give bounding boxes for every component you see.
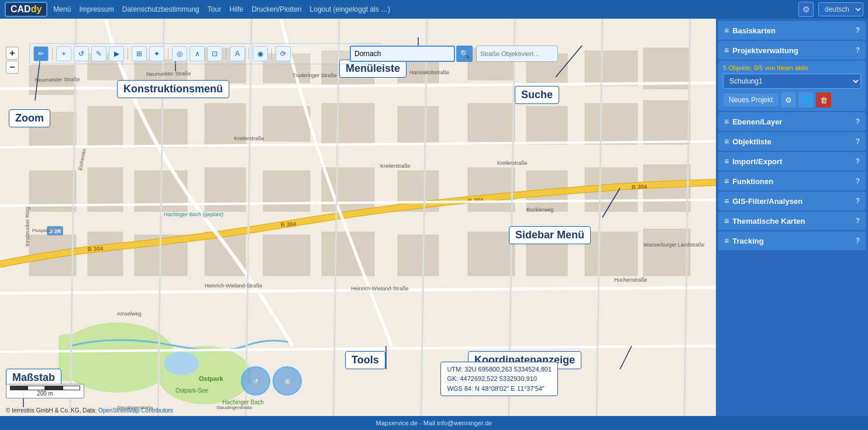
tools-panel: ↺ ⊞: [241, 366, 302, 396]
toolbar-grid-btn[interactable]: ⊞: [132, 46, 147, 61]
svg-text:Heinrich-Wieland-Straße: Heinrich-Wieland-Straße: [351, 286, 409, 292]
sidebar-thematischekarten[interactable]: ≡ Thematische Karten ?: [718, 211, 866, 230]
sidebar-objektliste-help[interactable]: ?: [856, 137, 860, 145]
top-navigation: CADdy Menü Impressum Datenschutzbestimmu…: [0, 0, 868, 19]
sidebar-thematischekarten-left: ≡ Thematische Karten: [724, 216, 805, 226]
project-globe-button[interactable]: 🌐: [798, 92, 814, 108]
scale-bar: 200 m: [6, 384, 84, 398]
project-settings-button[interactable]: ⚙: [781, 92, 796, 108]
sidebar-objektliste-label: Objektliste: [732, 137, 771, 146]
sidebar-basiskarten-left: ≡ Basiskarten: [724, 26, 776, 35]
toolbar-text-btn[interactable]: A: [230, 46, 245, 61]
toolbar-forward-btn[interactable]: ▶: [109, 46, 124, 61]
toolbar-target-btn[interactable]: ◎: [172, 46, 187, 61]
sidebar-ebenen-help[interactable]: ?: [856, 117, 860, 126]
search-input[interactable]: [350, 46, 455, 62]
svg-text:Amselweg: Amselweg: [117, 311, 142, 317]
settings-button[interactable]: ⚙: [798, 2, 814, 17]
sidebar-gisfilter[interactable]: ≡ GIS-Filter/Analysen ?: [718, 192, 866, 210]
toolbar-sep-2: [128, 48, 128, 60]
sidebar-gisfilter-help[interactable]: ?: [856, 197, 860, 205]
zoom-out-button[interactable]: −: [6, 61, 19, 74]
nav-impressum[interactable]: Impressum: [79, 5, 113, 13]
nav-tour[interactable]: Tour: [208, 5, 221, 13]
svg-text:Heinrich-Wieland-Straße: Heinrich-Wieland-Straße: [205, 283, 263, 289]
sidebar-funktionen[interactable]: ≡ Funktionen ?: [718, 172, 866, 190]
toolbar-pencil-btn[interactable]: ✎: [91, 46, 106, 61]
svg-rect-34: [468, 168, 515, 211]
sidebar-ebenen-label: Ebenen/Layer: [732, 117, 782, 126]
sidebar-tracking[interactable]: ≡ Tracking ?: [718, 231, 866, 250]
toolbar-sep-6: [271, 48, 272, 60]
toolbar-sep-1: [52, 48, 53, 60]
toolbar-undo-btn[interactable]: ↺: [74, 46, 89, 61]
hamburger-icon-2: ≡: [724, 46, 729, 55]
bottom-bar: Mapservice.de - Mail info@wenninger.de: [0, 416, 868, 430]
toolbar-star-btn[interactable]: ✦: [149, 46, 164, 61]
sidebar-importexport[interactable]: ≡ Import/Export ?: [718, 152, 866, 171]
svg-text:B 304: B 304: [88, 245, 104, 252]
zoom-controls: + −: [6, 47, 19, 74]
toolbar-refresh-btn[interactable]: ⟳: [275, 46, 291, 61]
svg-rect-16: [29, 112, 76, 147]
svg-rect-44: [398, 235, 439, 276]
toolbar-sep-3: [168, 48, 168, 60]
bottom-bar-text: Mapservice.de - Mail info@wenninger.de: [376, 419, 492, 426]
hamburger-icon-6: ≡: [724, 176, 729, 186]
sidebar-projektverwaltung-left: ≡ Projektverwaltung: [724, 46, 798, 55]
sidebar-thematischekarten-label: Thematische Karten: [732, 217, 805, 226]
sidebar-tracking-help[interactable]: ?: [856, 237, 860, 245]
address-input[interactable]: [476, 46, 558, 62]
coord-wgs84: WGS 84: N 48°08'02" E 11°37'54": [447, 384, 552, 394]
svg-rect-25: [585, 103, 638, 144]
toolbar-sep-4: [226, 48, 226, 60]
toolbar-add-btn[interactable]: +: [56, 46, 71, 61]
sidebar-funktionen-label: Funktionen: [732, 177, 773, 186]
language-select[interactable]: deutsch english français: [818, 2, 863, 16]
sidebar-funktionen-help[interactable]: ?: [856, 177, 860, 185]
svg-rect-22: [398, 106, 439, 144]
sidebar-basiskarten[interactable]: ≡ Basiskarten ?: [718, 21, 866, 40]
zoom-in-button[interactable]: +: [6, 47, 19, 60]
search-area: 🔍: [350, 46, 558, 62]
toolbar-point-btn[interactable]: ◉: [253, 46, 268, 61]
new-project-button[interactable]: Neues Projekt: [723, 93, 779, 106]
svg-rect-48: [643, 229, 690, 276]
nav-drucken[interactable]: Drucken/Plotten: [252, 5, 301, 13]
project-management-panel: 5 Objekte, 0/5 von Ihnen aktiv Schulung1…: [718, 61, 866, 111]
svg-rect-45: [468, 232, 515, 276]
svg-rect-46: [526, 235, 567, 276]
svg-rect-23: [468, 103, 515, 144]
project-delete-button[interactable]: 🗑: [816, 92, 831, 108]
sidebar: ≡ Basiskarten ? ≡ Projektverwaltung ? 5 …: [716, 19, 868, 416]
project-select[interactable]: Schulung1 Projekt2 Projekt3: [723, 74, 861, 89]
svg-text:Wasserburger Landstraße: Wasserburger Landstraße: [643, 242, 704, 248]
sidebar-projektverwaltung-help[interactable]: ?: [856, 46, 860, 54]
sidebar-importexport-help[interactable]: ?: [856, 157, 860, 165]
nav-logout[interactable]: Logout (eingeloggt als …): [310, 5, 390, 13]
sidebar-tracking-left: ≡ Tracking: [724, 236, 764, 245]
nav-right: ⚙ deutsch english français: [798, 2, 863, 17]
sidebar-thematischekarten-help[interactable]: ?: [856, 217, 860, 225]
map-area[interactable]: B 304 B 304 B 304 B 304 Neumarkter Straß…: [0, 19, 716, 416]
svg-rect-17: [88, 106, 123, 147]
sidebar-ebenen[interactable]: ≡ Ebenen/Layer ?: [718, 112, 866, 131]
sidebar-objektliste[interactable]: ≡ Objektliste ?: [718, 132, 866, 151]
tool-measure-button[interactable]: ⊞: [273, 366, 302, 396]
sidebar-importexport-left: ≡ Import/Export: [724, 157, 782, 166]
map-canvas[interactable]: B 304 B 304 B 304 B 304 Neumarkter Straß…: [0, 19, 716, 416]
search-button[interactable]: 🔍: [456, 46, 473, 62]
svg-text:Hansiakobstraße: Hansiakobstraße: [409, 70, 449, 75]
toolbar-box-btn[interactable]: ⊡: [207, 46, 222, 61]
nav-hilfe[interactable]: Hilfe: [229, 5, 243, 13]
toolbar-edit-btn[interactable]: ✏: [33, 46, 49, 61]
nav-menu[interactable]: Menü: [53, 5, 71, 13]
nav-datenschutz[interactable]: Datenschutzbestimmung: [122, 5, 199, 13]
toolbar-angle-btn[interactable]: ∧: [190, 46, 205, 61]
sidebar-projektverwaltung[interactable]: ≡ Projektverwaltung ?: [718, 41, 866, 60]
tool-rotate-button[interactable]: ↺: [241, 366, 270, 396]
svg-rect-14: [585, 51, 638, 86]
svg-text:Ostpark-See: Ostpark-See: [175, 387, 209, 394]
sidebar-basiskarten-help[interactable]: ?: [856, 26, 860, 34]
sidebar-tracking-label: Tracking: [732, 237, 763, 245]
